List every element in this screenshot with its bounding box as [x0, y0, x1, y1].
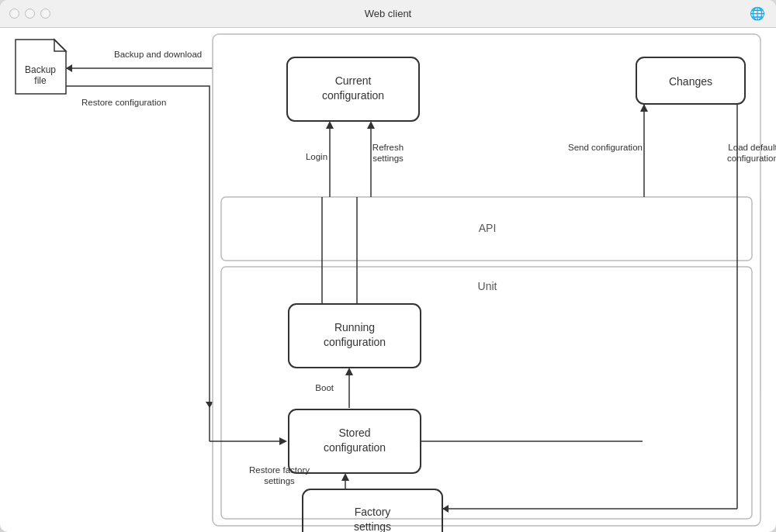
boot-arrow: [345, 368, 353, 375]
restore-factory-label2: settings: [264, 476, 295, 485]
close-button[interactable]: [9, 9, 19, 19]
window: Web client 🌐 Backup file Backup and down…: [0, 0, 776, 532]
window-title: Web client: [365, 8, 411, 19]
window-controls: [9, 9, 50, 19]
factory-line1: Factory: [355, 506, 391, 518]
changes-label: Changes: [669, 75, 712, 88]
restore-factory-arrow: [341, 473, 349, 481]
refresh-label2: settings: [372, 154, 404, 163]
stored-config-line2: configuration: [324, 441, 386, 454]
globe-icon: 🌐: [750, 6, 765, 21]
send-config-arrow: [640, 104, 648, 112]
backup-download-label: Backup and download: [114, 50, 202, 59]
boot-label: Boot: [315, 383, 334, 392]
maximize-button[interactable]: [40, 9, 50, 19]
load-default-label: Load default: [728, 143, 776, 152]
running-config-line1: Running: [334, 321, 375, 333]
load-default-arrow: [442, 505, 449, 513]
login-arrow: [326, 121, 334, 129]
restore-config-label: Restore configuration: [81, 98, 166, 107]
minimize-button[interactable]: [25, 9, 35, 19]
api-label: API: [479, 222, 497, 234]
backup-file-label: Backup: [25, 64, 56, 75]
titlebar: Web client 🌐: [0, 0, 776, 28]
backup-file-label2: file: [34, 75, 47, 86]
send-config-label: Send configuration: [568, 143, 643, 152]
architecture-diagram: Backup file Backup and download Restore …: [0, 28, 776, 532]
svg-marker-1: [54, 40, 66, 51]
factory-line2: settings: [354, 520, 391, 532]
diagram-content: Backup file Backup and download Restore …: [0, 28, 776, 532]
backup-file-group: Backup file: [16, 40, 66, 94]
stored-config-line1: Stored: [338, 427, 370, 439]
unit-label: Unit: [478, 280, 497, 292]
running-config-line2: configuration: [324, 336, 386, 348]
current-config-line1: Current: [335, 74, 372, 87]
hidden: [318, 121, 326, 129]
restore-factory-label: Restore factory: [249, 465, 310, 475]
refresh-label: Refresh: [372, 143, 404, 152]
current-config-line2: configuration: [322, 89, 384, 102]
restore-into-stored-arrow: [279, 437, 287, 445]
refresh-arrow: [367, 121, 375, 129]
backup-arrow: [66, 64, 72, 72]
load-default-label2: configuration: [727, 154, 776, 163]
login-label: Login: [306, 152, 327, 161]
